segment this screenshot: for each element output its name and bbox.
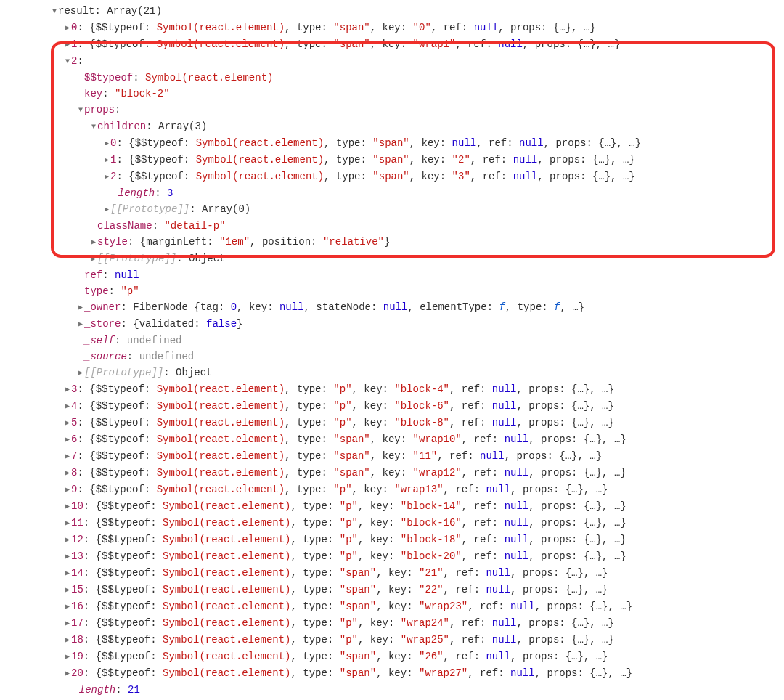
console-object-tree: result: Array(21)0: {$$typeof: Symbol(re…	[0, 0, 784, 700]
chevron-right-icon[interactable]	[64, 37, 71, 53]
chevron-right-icon[interactable]	[64, 432, 71, 448]
chevron-right-icon[interactable]	[64, 415, 71, 431]
prop-self: _self: undefined	[0, 333, 784, 349]
array-item-6[interactable]: 6: {$$typeof: Symbol(react.element), typ…	[0, 431, 784, 448]
chevron-down-icon[interactable]	[64, 54, 71, 70]
array-length: length: 21	[0, 682, 784, 698]
chevron-right-icon[interactable]	[64, 566, 71, 582]
chevron-right-icon[interactable]	[103, 152, 110, 168]
array-item-15[interactable]: 15: {$$typeof: Symbol(react.element), ty…	[0, 582, 784, 598]
chevron-right-icon[interactable]	[64, 482, 71, 498]
array-item-1[interactable]: 1: {$$typeof: Symbol(react.element), typ…	[0, 36, 784, 53]
chevron-right-icon[interactable]	[77, 300, 84, 316]
chevron-right-icon[interactable]	[64, 516, 71, 532]
chevron-right-icon[interactable]	[64, 382, 71, 398]
children-length: length: 3	[0, 185, 784, 201]
prop-props[interactable]: props:	[0, 102, 784, 118]
chevron-right-icon[interactable]	[64, 582, 71, 598]
array-item-11[interactable]: 11: {$$typeof: Symbol(react.element), ty…	[0, 515, 784, 532]
chevron-right-icon[interactable]	[64, 666, 71, 682]
chevron-right-icon[interactable]	[64, 599, 71, 615]
prop-classname: className: "detail-p"	[0, 218, 784, 234]
chevron-right-icon[interactable]	[77, 317, 84, 333]
node2-prototype[interactable]: [[Prototype]]: Object	[0, 365, 784, 381]
chevron-right-icon[interactable]	[90, 235, 97, 251]
chevron-right-icon[interactable]	[64, 399, 71, 415]
array-item-20[interactable]: 20: {$$typeof: Symbol(react.element), ty…	[0, 665, 784, 682]
prop-store[interactable]: _store: {validated: false}	[0, 316, 784, 333]
props-prototype[interactable]: [[Prototype]]: Object	[0, 251, 784, 267]
prop-key: key: "block-2"	[0, 86, 784, 102]
prop-style[interactable]: style: {marginLeft: "1em", position: "re…	[0, 234, 784, 251]
children-prototype[interactable]: [[Prototype]]: Array(0)	[0, 201, 784, 218]
prop-typeof: $$typeof: Symbol(react.element)	[0, 70, 784, 86]
chevron-right-icon[interactable]	[77, 365, 84, 381]
array-item-4[interactable]: 4: {$$typeof: Symbol(react.element), typ…	[0, 398, 784, 415]
prop-source: _source: undefined	[0, 349, 784, 365]
children-item-2[interactable]: 2: {$$typeof: Symbol(react.element), typ…	[0, 168, 784, 185]
chevron-right-icon[interactable]	[64, 499, 71, 515]
chevron-right-icon[interactable]	[103, 169, 110, 185]
tree-root[interactable]: result: Array(21)	[0, 3, 784, 20]
array-item-9[interactable]: 9: {$$typeof: Symbol(react.element), typ…	[0, 481, 784, 498]
prop-owner[interactable]: _owner: FiberNode {tag: 0, key: null, st…	[0, 299, 784, 316]
array-item-10[interactable]: 10: {$$typeof: Symbol(react.element), ty…	[0, 498, 784, 515]
chevron-right-icon[interactable]	[64, 549, 71, 565]
chevron-right-icon[interactable]	[64, 616, 71, 632]
array-item-2[interactable]: 2:	[0, 53, 784, 70]
array-item-17[interactable]: 17: {$$typeof: Symbol(react.element), ty…	[0, 615, 784, 632]
array-item-18[interactable]: 18: {$$typeof: Symbol(react.element), ty…	[0, 632, 784, 648]
prop-ref: ref: null	[0, 267, 784, 283]
array-item-13[interactable]: 13: {$$typeof: Symbol(react.element), ty…	[0, 548, 784, 565]
array-item-7[interactable]: 7: {$$typeof: Symbol(react.element), typ…	[0, 448, 784, 465]
array-item-19[interactable]: 19: {$$typeof: Symbol(react.element), ty…	[0, 648, 784, 665]
chevron-down-icon[interactable]	[77, 102, 84, 118]
chevron-right-icon[interactable]	[103, 202, 110, 218]
array-item-12[interactable]: 12: {$$typeof: Symbol(react.element), ty…	[0, 532, 784, 548]
chevron-right-icon[interactable]	[64, 465, 71, 481]
array-item-8[interactable]: 8: {$$typeof: Symbol(react.element), typ…	[0, 465, 784, 481]
chevron-down-icon[interactable]	[51, 4, 58, 20]
prop-type: type: "p"	[0, 283, 784, 299]
array-item-0[interactable]: 0: {$$typeof: Symbol(react.element), typ…	[0, 20, 784, 36]
array-item-14[interactable]: 14: {$$typeof: Symbol(react.element), ty…	[0, 565, 784, 582]
chevron-right-icon[interactable]	[64, 532, 71, 548]
children-item-1[interactable]: 1: {$$typeof: Symbol(react.element), typ…	[0, 152, 784, 168]
chevron-right-icon[interactable]	[64, 20, 71, 36]
chevron-right-icon[interactable]	[64, 632, 71, 648]
array-item-5[interactable]: 5: {$$typeof: Symbol(react.element), typ…	[0, 415, 784, 431]
children-item-0[interactable]: 0: {$$typeof: Symbol(react.element), typ…	[0, 135, 784, 152]
array-item-3[interactable]: 3: {$$typeof: Symbol(react.element), typ…	[0, 381, 784, 398]
array-item-16[interactable]: 16: {$$typeof: Symbol(react.element), ty…	[0, 598, 784, 615]
chevron-right-icon[interactable]	[64, 649, 71, 665]
prop-children[interactable]: children: Array(3)	[0, 118, 784, 135]
chevron-right-icon[interactable]	[64, 449, 71, 465]
chevron-down-icon[interactable]	[90, 119, 97, 135]
chevron-right-icon[interactable]	[103, 136, 110, 152]
chevron-right-icon[interactable]	[90, 251, 97, 267]
